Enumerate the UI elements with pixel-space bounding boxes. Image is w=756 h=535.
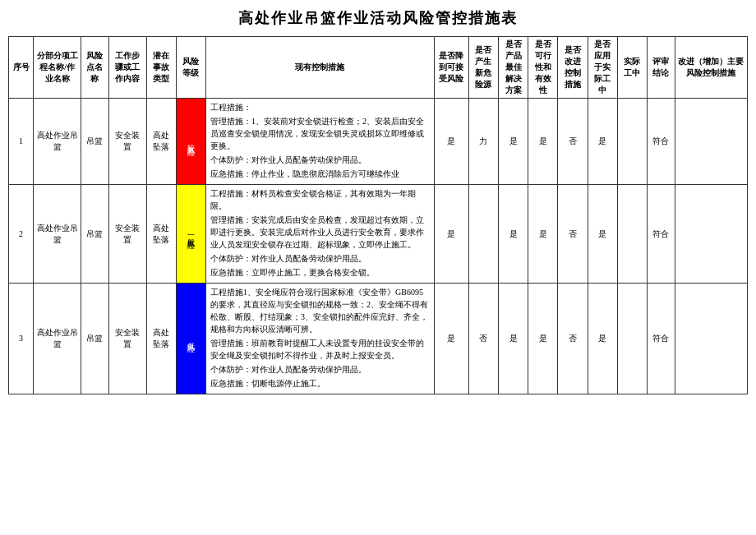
cell-improve	[675, 99, 747, 185]
table-row: 2 高处作业吊篮 吊篮 安全装置 高处坠落 一般风险 工程措施：材料员检查安全锁…	[9, 185, 748, 284]
cell-feasibility: 是	[528, 284, 558, 394]
cell-apply: 是	[588, 284, 617, 394]
cell-risk-point: 吊篮	[81, 99, 109, 185]
cell-risk-level: 较大风险	[176, 99, 205, 185]
header-col-2: 风险点名称	[81, 37, 109, 99]
cell-work-content: 安全装置	[108, 99, 146, 185]
cell-review: 符合	[647, 185, 675, 284]
cell-best-solution: 是	[499, 185, 528, 284]
cell-actual	[617, 99, 647, 185]
cell-actual	[617, 284, 647, 394]
table-header: 序号分部分项工程名称/作业名称风险点名称工作步骤或工作内容潜在事故类型风险等级现…	[9, 37, 748, 99]
cell-feasibility: 是	[528, 185, 558, 284]
header-col-13: 实际工中	[617, 37, 647, 99]
cell-measures: 工程措施：材料员检查安全锁合格证，其有效期为一年期限。管理措施：安装完成后由安全…	[206, 185, 435, 284]
cell-best-solution: 是	[499, 99, 528, 185]
header-col-5: 风险等级	[176, 37, 205, 99]
header-col-6: 现有控制措施	[206, 37, 435, 99]
cell-accident-type: 高处坠落	[146, 185, 176, 284]
header-col-0: 序号	[9, 37, 34, 99]
cell-sub-project: 高处作业吊篮	[34, 99, 81, 185]
cell-acceptable: 是	[434, 99, 468, 185]
cell-review: 符合	[647, 284, 675, 394]
cell-sub-project: 高处作业吊篮	[34, 185, 81, 284]
cell-sub-project: 高处作业吊篮	[34, 284, 81, 394]
cell-control: 否	[558, 284, 588, 394]
header-col-15: 改进（增加）主要风险控制措施	[675, 37, 747, 99]
cell-work-content: 安全装置	[108, 284, 146, 394]
cell-review: 符合	[647, 99, 675, 185]
cell-best-solution: 是	[499, 284, 528, 394]
cell-apply: 是	[588, 185, 617, 284]
cell-actual	[617, 185, 647, 284]
header-col-1: 分部分项工程名称/作业名称	[34, 37, 81, 99]
cell-acceptable: 是	[434, 185, 468, 284]
header-col-9: 是否产品最佳解决方案	[499, 37, 528, 99]
cell-control: 否	[558, 99, 588, 185]
cell-control: 否	[558, 185, 588, 284]
cell-new-risk	[468, 185, 498, 284]
header-col-8: 是否产生新危险源	[468, 37, 498, 99]
cell-risk-level: 一般风险	[176, 185, 205, 284]
cell-seq: 2	[9, 185, 34, 284]
cell-measures: 工程措施：管理措施：1、安装前对安全锁进行检查；2、安装后由安全员巡查安全锁使用…	[206, 99, 435, 185]
cell-feasibility: 是	[528, 99, 558, 185]
cell-improve	[675, 185, 747, 284]
cell-seq: 3	[9, 284, 34, 394]
cell-accident-type: 高处坠落	[146, 99, 176, 185]
cell-accident-type: 高处坠落	[146, 284, 176, 394]
cell-improve	[675, 284, 747, 394]
header-col-11: 是否改进控制措施	[558, 37, 588, 99]
table-row: 1 高处作业吊篮 吊篮 安全装置 高处坠落 较大风险 工程措施：管理措施：1、安…	[9, 99, 748, 185]
table-row: 3 高处作业吊篮 吊篮 安全装置 高处坠落 低风险 工程措施1、安全绳应符合现行…	[9, 284, 748, 394]
header-col-14: 评审结论	[647, 37, 675, 99]
cell-measures: 工程措施1、安全绳应符合现行国家标准《安全带》GB6095的要求，其直径应与安全…	[206, 284, 435, 394]
cell-new-risk: 力	[468, 99, 498, 185]
cell-seq: 1	[9, 99, 34, 185]
header-col-4: 潜在事故类型	[146, 37, 176, 99]
header-col-12: 是否应用于实际工中	[588, 37, 617, 99]
cell-new-risk: 否	[468, 284, 498, 394]
header-col-10: 是否可行性和有效性	[528, 37, 558, 99]
cell-work-content: 安全装置	[108, 185, 146, 284]
cell-apply: 是	[588, 99, 617, 185]
page-title: 高处作业吊篮作业活动风险管控措施表	[8, 8, 748, 28]
header-col-3: 工作步骤或工作内容	[108, 37, 146, 99]
cell-risk-point: 吊篮	[81, 284, 109, 394]
cell-acceptable: 是	[434, 284, 468, 394]
cell-risk-level: 低风险	[176, 284, 205, 394]
cell-risk-point: 吊篮	[81, 185, 109, 284]
header-col-7: 是否降到可接受风险	[434, 37, 468, 99]
